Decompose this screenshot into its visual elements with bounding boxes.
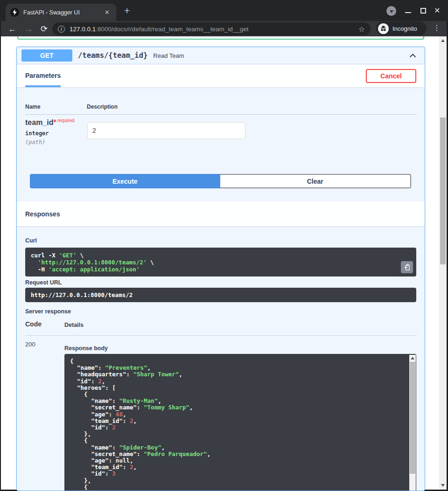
endpoint-summary-row[interactable]: GET /teams/{team_id} Read Team <box>17 47 425 64</box>
browser-update-icon[interactable] <box>386 6 396 16</box>
new-tab-button[interactable]: + <box>124 5 130 16</box>
tab-title: FastAPI - Swagger UI <box>23 9 103 16</box>
param-name-cell: team_id*required <box>25 118 74 127</box>
code-line: }, <box>70 431 411 437</box>
scroll-up-icon[interactable] <box>441 39 445 42</box>
clear-button[interactable]: Clear <box>220 174 412 188</box>
code-line: "headquarters": "Sharp Tower", <box>70 371 411 378</box>
url-text[interactable]: 127.0.0.1:8000/docs#/default/read_team_t… <box>70 26 355 33</box>
tab-close-icon[interactable]: ✕ <box>103 8 112 17</box>
endpoint-summary: Read Team <box>153 52 184 59</box>
incognito-icon <box>378 23 389 34</box>
tab-parameters[interactable]: Parameters <box>25 64 61 87</box>
column-header-name: Name <box>25 104 41 110</box>
table-header-divider <box>25 114 416 115</box>
browser-tab[interactable]: FastAPI - Swagger UI ✕ <box>6 4 116 21</box>
param-location: (path) <box>25 139 45 145</box>
execute-button[interactable]: Execute <box>30 174 220 188</box>
url-path: :8000/docs#/default/read_team_teams__tea… <box>96 26 248 33</box>
code-line: { <box>70 484 411 491</box>
fastapi-favicon-icon <box>10 8 19 17</box>
address-bar[interactable]: i 127.0.0.1:8000/docs#/default/read_team… <box>52 22 371 35</box>
copy-to-clipboard-button[interactable] <box>401 261 413 273</box>
code-line: { <box>70 358 411 365</box>
page-scrollbar[interactable] <box>439 36 447 490</box>
browser-toolbar: ← → ⟳ i 127.0.0.1:8000/docs#/default/rea… <box>0 21 448 36</box>
code-line: "id": 2, <box>70 378 411 385</box>
curl-code-block: curl -X 'GET' \ 'http://127.0.0.1:8000/t… <box>25 248 416 277</box>
site-info-icon[interactable]: i <box>58 26 65 33</box>
response-body-code: { "name": "Preventers", "headquarters": … <box>70 358 411 491</box>
incognito-label: Incognito <box>392 25 417 32</box>
curl-label: Curl <box>25 237 37 244</box>
method-badge: GET <box>21 49 72 62</box>
details-column-header: Details <box>64 322 84 328</box>
param-name: team_id <box>25 118 53 126</box>
collapse-chevron-icon[interactable] <box>409 54 416 58</box>
code-line: "team_id": 2, <box>70 464 411 470</box>
required-star: * <box>53 118 56 126</box>
execute-row: Execute Clear <box>30 174 411 188</box>
get-endpoint-block: GET /teams/{team_id} Read Team Parameter… <box>16 47 425 491</box>
reload-button[interactable]: ⟳ <box>41 25 48 33</box>
browser-titlebar: FastAPI - Swagger UI ✕ + ✕ <box>0 0 448 21</box>
previous-endpoint-block-edge <box>17 36 424 40</box>
window-frame-left <box>0 21 1 491</box>
code-line: "heroes": [ <box>70 385 411 391</box>
server-response-label: Server response <box>25 308 71 315</box>
incognito-badge: Incognito <box>376 21 427 35</box>
window-minimize-button[interactable] <box>405 12 411 13</box>
code-line: 'http://127.0.0.1:8000/teams/2' \ <box>31 259 411 266</box>
code-line: { <box>70 437 411 444</box>
status-code: 200 <box>25 341 35 348</box>
code-column-header: Code <box>25 320 42 328</box>
response-scroll-up-icon[interactable] <box>411 357 414 360</box>
endpoint-path: /teams/{team_id} <box>78 51 147 60</box>
code-line: "id": 3 <box>70 470 411 477</box>
code-line: "team_id": 2, <box>70 418 411 424</box>
code-line: "id": 2 <box>70 424 411 431</box>
code-line: "name": "Preventers", <box>70 365 411 371</box>
code-line: "name": "Rusty-Man", <box>70 398 411 404</box>
response-body-scrollbar[interactable] <box>409 355 416 491</box>
curl-code: curl -X 'GET' \ 'http://127.0.0.1:8000/t… <box>31 252 411 273</box>
window-close-button[interactable]: ✕ <box>434 6 440 15</box>
code-line: -H 'accept: application/json' <box>31 266 411 273</box>
back-button[interactable]: ← <box>8 25 16 33</box>
response-body-label: Response body <box>64 345 108 352</box>
request-url-label: Request URL <box>25 279 62 286</box>
code-line: { <box>70 391 411 398</box>
forward-button[interactable]: → <box>24 25 33 33</box>
code-line: "name": "Spider-Boy", <box>70 444 411 451</box>
bookmark-star-icon[interactable]: ☆ <box>358 25 365 34</box>
column-header-description: Description <box>87 104 118 110</box>
code-line: "secret_name": "Pedro Parqueador", <box>70 451 411 457</box>
page-scrollbar-thumb[interactable] <box>440 118 446 264</box>
responses-header: Responses <box>17 201 425 226</box>
response-scrollbar-thumb[interactable] <box>410 362 415 474</box>
parameters-header: Parameters Cancel <box>17 64 425 87</box>
code-line: "age": 48, <box>70 411 411 418</box>
cancel-button[interactable]: Cancel <box>366 69 416 83</box>
code-line: curl -X 'GET' \ <box>31 252 411 259</box>
code-line: }, <box>70 477 411 484</box>
response-table-divider <box>25 335 416 336</box>
required-label: required <box>57 118 75 123</box>
code-line: "secret_name": "Tommy Sharp", <box>70 404 411 411</box>
window-maximize-button[interactable] <box>420 8 426 14</box>
url-host: 127.0.0.1 <box>70 26 96 33</box>
response-body-block: { "name": "Preventers", "headquarters": … <box>64 354 416 491</box>
scroll-down-icon[interactable] <box>441 484 445 487</box>
responses-title: Responses <box>25 210 60 218</box>
browser-menu-icon[interactable]: ⋮ <box>433 23 441 32</box>
request-url-block: http://127.0.0.1:8000/teams/2 <box>25 288 416 302</box>
code-line: "age": null, <box>70 457 411 464</box>
team-id-input[interactable] <box>87 122 245 139</box>
param-type: integer <box>25 130 49 137</box>
